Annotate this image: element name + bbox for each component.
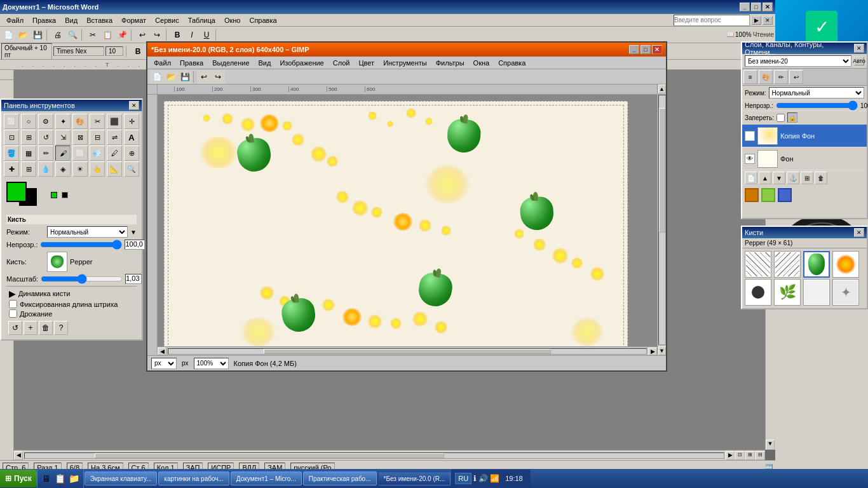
- brush-diag1[interactable]: [745, 251, 771, 278]
- rotate-tool[interactable]: ↺: [38, 130, 53, 145]
- select-by-color-tool[interactable]: 🎨: [72, 114, 88, 129]
- start-button[interactable]: ⊞ Пуск: [0, 470, 37, 487]
- bold-font-btn[interactable]: B: [131, 44, 145, 58]
- layers-tab-undo[interactable]: ↩: [789, 70, 803, 84]
- word-close-btn[interactable]: ✕: [763, 3, 773, 11]
- gimp-menu-image[interactable]: Изображение: [276, 58, 327, 67]
- foreground-color[interactable]: [6, 182, 27, 202]
- scissors-tool[interactable]: ✂: [90, 114, 105, 129]
- word-menu-insert[interactable]: Вставка: [83, 16, 116, 25]
- perspective-clone-tool[interactable]: ⊞: [21, 161, 36, 177]
- word-menu-view[interactable]: Вид: [61, 16, 81, 25]
- font-select[interactable]: Times Nex: [53, 46, 104, 56]
- heal-tool[interactable]: ✚: [4, 161, 19, 177]
- layer-new-btn[interactable]: 📄: [745, 172, 757, 184]
- text-tool[interactable]: A: [124, 130, 139, 145]
- gimp-menu-windows[interactable]: Окна: [470, 58, 494, 67]
- layer-eye-1[interactable]: 👁: [745, 131, 755, 141]
- gimp-minimize-btn[interactable]: _: [629, 45, 639, 54]
- fuzzy-select-tool[interactable]: ✦: [55, 114, 71, 129]
- bold-btn[interactable]: B: [170, 28, 184, 42]
- gimp-new-btn[interactable]: 📄: [150, 70, 164, 84]
- word-help-close-btn[interactable]: ✕: [763, 16, 773, 25]
- move-tool[interactable]: ✛: [124, 114, 139, 129]
- foreground-tool[interactable]: ⬛: [107, 114, 122, 129]
- copy-btn[interactable]: 📋: [100, 28, 114, 42]
- word-help-input[interactable]: [674, 15, 750, 26]
- word-menu-window[interactable]: Окно: [220, 16, 245, 25]
- preview-btn[interactable]: 🔍: [65, 28, 79, 42]
- layers-color-green[interactable]: [761, 188, 775, 202]
- mode-select[interactable]: Нормальный: [47, 226, 128, 238]
- clock-time[interactable]: 19:18: [501, 473, 527, 484]
- layers-tab-layers[interactable]: ≡: [743, 70, 757, 84]
- vscroll-down-btn[interactable]: ▼: [766, 440, 775, 450]
- task-gimp[interactable]: *Без имени-20.0 (R...: [378, 471, 451, 485]
- layer-eye-2[interactable]: 👁: [745, 154, 755, 164]
- perspective-tool[interactable]: ⊟: [90, 130, 105, 145]
- word-help-go-btn[interactable]: ▶: [751, 16, 761, 25]
- layers-mode-select[interactable]: Нормальный: [769, 87, 864, 98]
- gimp-menu-file[interactable]: Файл: [150, 58, 175, 67]
- page-view-btn2[interactable]: ⊞: [745, 451, 755, 460]
- open-btn[interactable]: 📂: [16, 28, 30, 42]
- ellipse-select-tool[interactable]: ○: [21, 114, 36, 129]
- gimp-menu-edit[interactable]: Правка: [176, 58, 207, 67]
- brush-preview-icon[interactable]: [47, 252, 67, 272]
- tray-icon-3[interactable]: 📶: [490, 474, 499, 483]
- scale-tool[interactable]: ⇲: [55, 130, 71, 145]
- tools-restore-btn[interactable]: ↺: [8, 321, 22, 335]
- layer-down-btn[interactable]: ▼: [773, 172, 785, 184]
- blend-tool[interactable]: ▦: [21, 146, 36, 161]
- gimp-open-btn[interactable]: 📂: [164, 70, 178, 84]
- task-practical[interactable]: Практическая рабо...: [303, 471, 377, 485]
- layers-image-select[interactable]: Без имени-20: [745, 55, 851, 67]
- gimp-hscrollbar[interactable]: ◀ ▶: [158, 346, 657, 355]
- gimp-menu-tools[interactable]: Инструменты: [379, 58, 431, 67]
- gimp-vscroll-up[interactable]: ▲: [658, 85, 666, 93]
- layer-merge-btn[interactable]: ⊞: [801, 172, 813, 184]
- rect-select-tool[interactable]: ⬜: [4, 114, 19, 129]
- tools-help-btn[interactable]: ?: [54, 321, 68, 335]
- gimp-hscroll-left[interactable]: ◀: [158, 348, 166, 355]
- hscroll-left-btn[interactable]: ◀: [14, 451, 23, 460]
- gimp-undo-btn[interactable]: ↩: [197, 70, 211, 84]
- layers-color-orange[interactable]: [745, 188, 759, 202]
- italic-btn[interactable]: I: [185, 28, 199, 42]
- redo-btn[interactable]: ↪: [150, 28, 164, 42]
- ql-icon-3[interactable]: 📁: [68, 472, 81, 485]
- measure-tool[interactable]: 📐: [107, 161, 122, 177]
- hscroll-right-btn[interactable]: ▶: [726, 451, 735, 460]
- task-keyboard[interactable]: Экранная клавиату...: [85, 471, 158, 485]
- font-size-select[interactable]: 10: [105, 46, 123, 56]
- gimp-vscroll-thumb[interactable]: [659, 108, 665, 233]
- zoom-tool[interactable]: 🔍: [124, 161, 139, 177]
- clone-tool[interactable]: ⊕: [124, 146, 139, 161]
- layers-close-btn[interactable]: ✕: [854, 44, 864, 53]
- gimp-zoom-select[interactable]: 100%: [194, 358, 229, 369]
- word-menu-format[interactable]: Формат: [118, 16, 150, 25]
- hscroll-thumb[interactable]: [95, 453, 444, 458]
- free-select-tool[interactable]: ⚙: [38, 114, 53, 129]
- ql-icon-1[interactable]: 🖥: [40, 472, 53, 485]
- pencil-tool[interactable]: ✏: [38, 146, 53, 161]
- layer-row-2[interactable]: 👁 Фон: [742, 147, 867, 170]
- bg-swatch[interactable]: [62, 192, 68, 198]
- print-btn[interactable]: 🖨: [51, 28, 65, 42]
- shear-tool[interactable]: ⊠: [72, 130, 88, 145]
- new-doc-btn[interactable]: 📄: [1, 28, 15, 42]
- layer-delete-btn[interactable]: 🗑: [815, 172, 827, 184]
- tools-close-btn[interactable]: ✕: [129, 101, 139, 110]
- sharpen-tool[interactable]: ◈: [55, 161, 71, 177]
- gimp-menu-select[interactable]: Выделение: [208, 58, 253, 67]
- opacity-slider[interactable]: [40, 240, 122, 249]
- word-menu-help[interactable]: Справка: [245, 16, 280, 25]
- gimp-close-btn[interactable]: ✕: [652, 45, 662, 54]
- mode-dropdown-icon[interactable]: ▼: [130, 229, 137, 236]
- layers-tab-paths[interactable]: ✏: [774, 70, 788, 84]
- layers-auto-btn[interactable]: Авто: [854, 57, 864, 65]
- word-menu-file[interactable]: Файл: [3, 16, 27, 25]
- ink-tool[interactable]: 🖊: [107, 146, 122, 161]
- layer-row-1[interactable]: 👁 Копия Фон: [742, 125, 867, 147]
- page-view-btn1[interactable]: ⊡: [735, 451, 745, 460]
